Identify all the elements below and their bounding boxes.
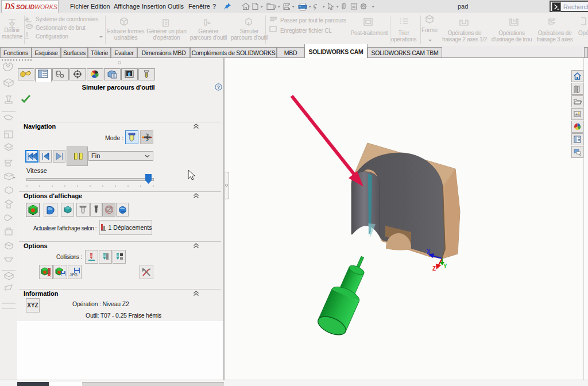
svg-text:Y: Y bbox=[443, 263, 447, 269]
svg-text:Z: Z bbox=[432, 265, 436, 272]
svg-text:SOLID: SOLID bbox=[16, 3, 35, 10]
svg-text:DS: DS bbox=[4, 2, 15, 11]
svg-text:?: ? bbox=[217, 84, 220, 90]
svg-text:JPG: JPG bbox=[69, 273, 78, 277]
svg-text:WORKS: WORKS bbox=[34, 3, 57, 10]
svg-text:X: X bbox=[427, 249, 431, 255]
